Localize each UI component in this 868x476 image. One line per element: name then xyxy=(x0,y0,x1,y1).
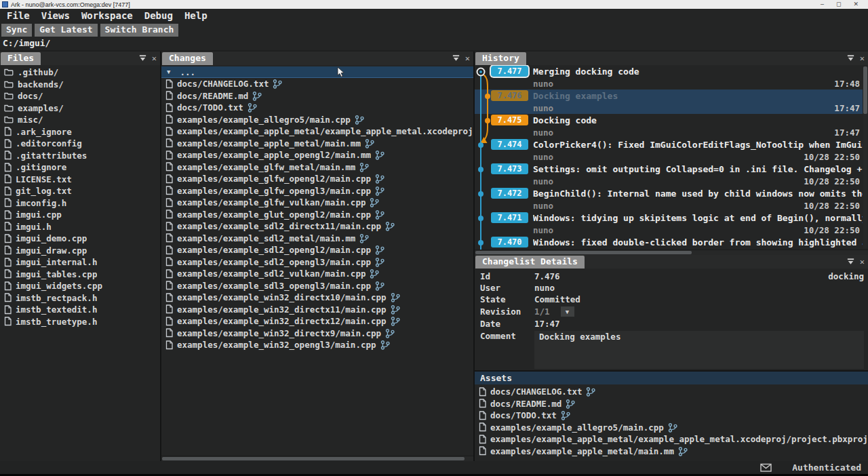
file-tree-item[interactable]: docs/ xyxy=(0,90,160,102)
history-vscrollbar[interactable] xyxy=(863,66,867,248)
filter-icon[interactable] xyxy=(846,257,855,266)
changelist-badge[interactable]: 7.475 xyxy=(491,115,528,125)
changed-file-row[interactable]: examples/example_win32_directx12/main.cp… xyxy=(161,315,473,328)
changed-file-row[interactable]: examples/example_win32_directx11/main.cp… xyxy=(161,304,473,316)
tab-files[interactable]: Files xyxy=(1,52,41,65)
close-panel-icon[interactable]: ✕ xyxy=(860,258,865,266)
changed-file-row[interactable]: examples/example_sdl2_directx11/main.cpp xyxy=(161,220,473,233)
changed-file-row[interactable]: examples/example_win32_directx10/main.cp… xyxy=(161,292,473,304)
changelist-badge[interactable]: 7.476 xyxy=(491,90,528,101)
changelist-badge[interactable]: 7.474 xyxy=(491,139,528,150)
menu-item[interactable]: Debug xyxy=(144,10,173,21)
changed-file-row[interactable]: examples/example_sdl2_metal/main.mm xyxy=(161,233,473,245)
changelist-badge[interactable]: 7.473 xyxy=(491,163,528,174)
changed-file-row[interactable]: examples/example_sdl3_opengl3/main.cpp xyxy=(161,280,473,292)
changed-file-row[interactable]: examples/example_sdl2_opengl2/main.cpp xyxy=(161,244,473,256)
asset-row[interactable]: docs/CHANGELOG.txt xyxy=(475,386,868,398)
file-tree-item[interactable]: examples/ xyxy=(0,102,160,115)
file-tree-item[interactable]: imgui.h xyxy=(0,221,160,233)
close-button[interactable]: ✕ xyxy=(853,0,859,9)
file-tree-item[interactable]: imgui_widgets.cpp xyxy=(0,280,160,292)
file-tree-item[interactable]: imstb_rectpack.h xyxy=(0,292,160,304)
collapse-triangle-icon[interactable]: ▼ xyxy=(167,68,170,75)
file-tree-item[interactable]: backends/ xyxy=(0,79,160,91)
changed-file-row[interactable]: docs/CHANGELOG.txt xyxy=(161,78,473,90)
file-tree-item[interactable]: imgui_internal.h xyxy=(0,256,160,269)
filter-icon[interactable] xyxy=(138,54,147,62)
file-path: docs/CHANGELOG.txt xyxy=(177,79,269,89)
comment-box[interactable]: Docking examples xyxy=(534,331,864,369)
menu-item[interactable]: Views xyxy=(41,10,70,21)
maximize-button[interactable]: ◻ xyxy=(836,0,841,9)
asset-row[interactable]: examples/example_apple_metal/example_app… xyxy=(475,433,868,445)
file-tree-item[interactable]: .ark_ignore xyxy=(0,126,160,138)
user-label: User xyxy=(475,283,534,293)
revision-dropdown[interactable]: ▼ xyxy=(561,306,574,317)
changed-file-row[interactable]: examples/example_apple_opengl2/main.mm xyxy=(161,149,473,161)
file-tree-item[interactable]: imstb_textedit.h xyxy=(0,304,160,316)
history-commit-row[interactable]: 7.476 Docking examples nuno 17:47 xyxy=(475,90,863,114)
changed-file-row[interactable]: examples/example_apple_metal/main.mm xyxy=(161,138,473,150)
filter-icon[interactable] xyxy=(452,54,460,62)
tab-changes[interactable]: Changes xyxy=(162,52,213,65)
menu-item[interactable]: File xyxy=(7,10,30,21)
history-commit-row[interactable]: 7.471 Windows: tidying up skipitems logi… xyxy=(491,212,863,236)
history-commit-row[interactable]: 7.470 Windows: fixed double-clicked bord… xyxy=(491,236,863,250)
toolbar-button[interactable]: Switch Branch xyxy=(100,24,179,37)
minimize-button[interactable]: – xyxy=(821,0,824,9)
asset-row[interactable]: docs/README.md xyxy=(475,398,868,410)
changed-file-row[interactable]: examples/example_win32_directx9/main.cpp xyxy=(161,328,473,340)
close-panel-icon[interactable]: ✕ xyxy=(860,54,865,62)
changes-group-row[interactable]: ▼ ... xyxy=(161,66,473,78)
file-tree-item[interactable]: LICENSE.txt xyxy=(0,174,160,186)
changes-hscrollbar[interactable] xyxy=(161,456,473,461)
changed-file-row[interactable]: examples/example_apple_metal/example_app… xyxy=(161,125,473,138)
file-tree-item[interactable]: imconfig.h xyxy=(0,197,160,210)
file-tree-item[interactable]: .github/ xyxy=(0,66,160,79)
menu-item[interactable]: Help xyxy=(184,10,208,21)
asset-row[interactable]: examples/example_allegro5/main.cpp xyxy=(475,422,868,434)
asset-row[interactable]: docs/TODO.txt xyxy=(475,410,868,422)
changed-file-row[interactable]: examples/example_win32_opengl3/main.cpp xyxy=(161,339,473,351)
file-tree-item[interactable]: imgui_tables.cpp xyxy=(0,269,160,281)
changed-file-row[interactable]: examples/example_allegro5/main.cpp xyxy=(161,114,473,126)
close-panel-icon[interactable]: ✕ xyxy=(465,54,470,62)
changed-file-row[interactable]: examples/example_glfw_opengl3/main.cpp xyxy=(161,185,473,197)
menu-item[interactable]: Workspace xyxy=(81,10,133,21)
changed-file-row[interactable]: examples/example_glut_opengl2/main.cpp xyxy=(161,209,473,221)
history-hscrollbar[interactable] xyxy=(475,250,868,255)
file-tree-item[interactable]: imgui_demo.cpp xyxy=(0,233,160,245)
changelist-badge[interactable]: 7.471 xyxy=(491,212,528,223)
file-tree-item[interactable]: misc/ xyxy=(0,114,160,126)
file-tree-item[interactable]: imgui_draw.cpp xyxy=(0,245,160,257)
history-commit-row[interactable]: 7.472 BeginChild(): Internal name used b… xyxy=(491,187,863,212)
changed-file-row[interactable]: examples/example_sdl2_opengl3/main.cpp xyxy=(161,256,473,269)
toolbar-button[interactable]: Sync xyxy=(1,24,32,37)
changed-file-row[interactable]: examples/example_glfw_opengl2/main.cpp xyxy=(161,173,473,185)
filter-icon[interactable] xyxy=(846,54,855,62)
changelist-badge[interactable]: 7.477 xyxy=(491,66,528,77)
changed-file-row[interactable]: docs/TODO.txt xyxy=(161,102,473,114)
changed-file-row[interactable]: docs/README.md xyxy=(161,90,473,102)
file-tree-item[interactable]: .gitignore xyxy=(0,161,160,174)
history-commit-row[interactable]: 7.473 Settings: omit outputing Collapsed… xyxy=(491,163,863,187)
changelist-badge[interactable]: 7.470 xyxy=(491,237,528,247)
file-tree-item[interactable]: git_log.txt xyxy=(0,185,160,197)
changed-file-row[interactable]: examples/example_glfw_vulkan/main.cpp xyxy=(161,197,473,209)
tab-changelist-details[interactable]: Changelist Details xyxy=(475,256,585,269)
file-tree-item[interactable]: .editorconfig xyxy=(0,138,160,150)
tab-history[interactable]: History xyxy=(475,52,526,65)
asset-row[interactable]: examples/example_apple_metal/main.mm xyxy=(475,445,868,458)
file-tree-item[interactable]: imstb_truetype.h xyxy=(0,316,160,328)
close-panel-icon[interactable]: ✕ xyxy=(152,54,157,62)
changed-file-row[interactable]: examples/example_glfw_metal/main.mm xyxy=(161,161,473,174)
history-commit-row[interactable]: 7.477 Merging docking code nuno 17:48 xyxy=(491,65,863,90)
history-commit-row[interactable]: 7.474 ColorPicker4(): Fixed ImGuiColorEd… xyxy=(491,138,863,163)
file-tree-item[interactable]: .gitattributes xyxy=(0,150,160,162)
history-commit-row[interactable]: 7.475 Docking code nuno 17:47 xyxy=(491,114,863,138)
changelist-badge[interactable]: 7.472 xyxy=(491,188,528,199)
toolbar-button[interactable]: Get Latest xyxy=(35,24,97,37)
file-tree-item[interactable]: imgui.cpp xyxy=(0,209,160,221)
assets-header[interactable]: Assets xyxy=(475,372,868,384)
changed-file-row[interactable]: examples/example_sdl2_vulkan/main.cpp xyxy=(161,268,473,280)
